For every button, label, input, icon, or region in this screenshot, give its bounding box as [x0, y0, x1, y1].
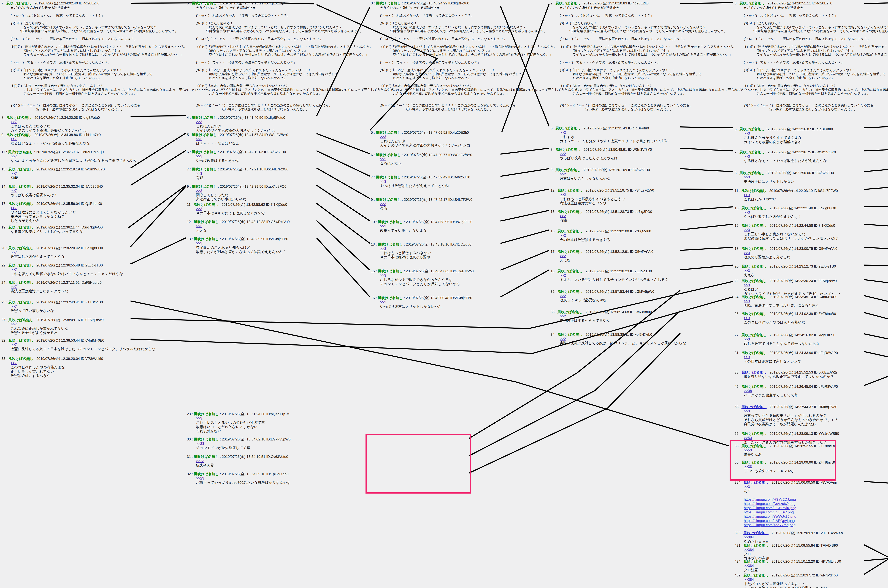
reply-anchor-link[interactable]: >>3	[196, 171, 202, 176]
reply-anchor-link[interactable]: >>7	[11, 171, 17, 176]
reply-anchor-link[interactable]: >>384	[744, 548, 754, 552]
reply-anchor-link[interactable]: >>7	[11, 267, 17, 272]
reply-anchor-link[interactable]: >>3	[196, 224, 202, 228]
reply-anchor-link[interactable]: >>3	[380, 300, 386, 304]
reply-anchor-link[interactable]: >>2	[560, 130, 566, 134]
post-date: 2019/07/26(金) 13:41:57.84	[220, 133, 263, 137]
reply-anchor-link[interactable]: >>7	[11, 285, 17, 289]
reply-anchor-link[interactable]: >>3	[744, 299, 750, 303]
reply-anchor-link[interactable]: >>2	[560, 214, 566, 218]
reply-anchor-link[interactable]: >>3	[196, 120, 202, 124]
reply-anchor-link[interactable]: >>2	[560, 273, 566, 277]
reply-anchor-link[interactable]: >>384	[744, 535, 754, 539]
reply-anchor-link[interactable]: >>3	[196, 416, 202, 420]
poster-name[interactable]: 風吹けば名無し	[744, 531, 768, 535]
reply-anchor-link[interactable]: >>3	[196, 154, 202, 158]
reply-anchor-link[interactable]: >>3	[744, 409, 750, 413]
copypasta-ascii-art: ★ガイジのなんJ民でも分かる憲法改正★ (´・ω・`)「ねえお兄ちゃん、「改憲」…	[380, 6, 581, 111]
imgur-link[interactable]: https://i.imgur.com/HSYc2DJ.png	[744, 497, 837, 501]
reply-anchor-link[interactable]: >>3	[196, 137, 202, 141]
reply-anchor-link[interactable]: >>3	[744, 131, 750, 135]
poster-name[interactable]: 風吹けば名無し	[741, 370, 766, 374]
reply-anchor-link[interactable]: >>7	[11, 206, 17, 210]
copypasta-post: 2 : 風吹けば名無し : 2019/07/26(金) 13:50:10.83 …	[551, 1, 649, 5]
reply-anchor-link[interactable]: >>7	[11, 343, 17, 346]
reply-anchor-link[interactable]: >>7	[11, 322, 17, 326]
reply-anchor-link[interactable]: >>23	[196, 459, 204, 463]
reply-anchor-link[interactable]: >>2	[560, 294, 566, 298]
reply-anchor-link[interactable]: >>2	[560, 193, 566, 196]
connector-line-11	[131, 186, 186, 247]
reply-anchor-link[interactable]: >>3	[744, 338, 750, 341]
reply-anchor-link[interactable]: >>3	[744, 316, 750, 320]
reply-anchor-link[interactable]: >>384	[744, 564, 754, 568]
reply-anchor-link[interactable]: >>7	[11, 250, 17, 254]
post-id: ID:JA/625JH0	[448, 175, 470, 179]
post-header: 32 : 風吹けば名無し : 2019/07/26(金) 13:57:53.44…	[551, 290, 654, 294]
connector-line-18	[317, 151, 370, 176]
reply-anchor-link[interactable]: >>3	[380, 135, 386, 139]
reply-anchor-link[interactable]: >>3	[196, 241, 202, 245]
reply-anchor-link[interactable]: >>23	[196, 441, 204, 446]
reply-anchor-link[interactable]: >>3	[196, 207, 202, 211]
reply-anchor-link[interactable]: >>3	[380, 247, 386, 250]
imgur-link[interactable]: https://i.imgur.com/zdeY7mq.png	[744, 523, 837, 527]
reply-anchor-link[interactable]: >>3	[744, 251, 750, 255]
reply-anchor-link[interactable]: >>2	[560, 152, 566, 156]
post-id: ID:kS4L7F2W0	[448, 198, 472, 201]
poster-name: 風吹けば名無し	[557, 269, 583, 273]
reply-anchor-link[interactable]: >>3	[744, 283, 750, 287]
reply-anchor-link[interactable]: >>3	[744, 484, 750, 489]
reply-anchor-link[interactable]: >>53	[744, 436, 752, 440]
reply-anchor-link[interactable]: >>3	[380, 273, 386, 277]
post: 22 : 風吹けば名無し : 2019/07/26(金) 12:36:55.48…	[2, 263, 123, 276]
post-header: 6 : 風吹けば名無し : 2019/07/26(金) 13:42:11.62 …	[187, 150, 286, 154]
connector-line-21	[317, 203, 370, 243]
reply-anchor-link[interactable]: >>7	[11, 361, 17, 365]
reply-anchor-link[interactable]: >>7	[11, 189, 17, 193]
post: 22 : 風吹けば名無し : 2019/07/26(金) 14:23:30.24…	[735, 279, 841, 296]
post-date: 2019/07/26(金) 13:50:48.91	[584, 147, 627, 152]
reply-anchor-link[interactable]: >>3	[744, 175, 750, 179]
reply-anchor-link[interactable]: >>23	[196, 476, 204, 480]
reply-anchor-link[interactable]: >>7	[11, 137, 17, 141]
post-header: 18 : 風吹けば名無し : 2019/07/26(金) 13:52:30.23…	[551, 269, 668, 273]
reply-anchor-link[interactable]: >>3	[744, 355, 750, 359]
reply-anchor-link[interactable]: >>3	[744, 228, 750, 232]
poster-name: 風吹けば名無し	[378, 296, 403, 300]
reply-anchor-link[interactable]: >>3	[744, 268, 750, 273]
reply-anchor-link[interactable]: >>2	[560, 172, 566, 176]
reply-anchor-link[interactable]: >>3	[744, 210, 750, 214]
connector-line-28	[500, 230, 549, 243]
imgur-link[interactable]: https://i.imgur.com/nAEQpyI.png	[744, 519, 837, 523]
reply-anchor-link[interactable]: >>3	[744, 154, 750, 158]
poster-name: 風吹けば名無し	[557, 290, 583, 294]
imgur-link[interactable]: https://i.imgur.com/DcVzc6O.png	[744, 501, 837, 506]
reply-anchor-link[interactable]: >>2	[560, 234, 566, 237]
post-number: 23	[187, 412, 191, 416]
imgur-link[interactable]: https://i.imgur.com/zWWJx3J.png	[744, 514, 837, 519]
reply-anchor-link[interactable]: >>2	[560, 254, 566, 258]
reply-anchor-link[interactable]: >>7	[11, 120, 17, 124]
reply-anchor-link[interactable]: >>2	[560, 337, 566, 341]
imgur-link[interactable]: https://i.imgur.com/unjEErC.png	[744, 510, 837, 514]
reply-anchor-link[interactable]: >>384	[744, 578, 754, 581]
reply-anchor-link[interactable]: >>3	[380, 224, 386, 228]
poster-name: 風吹けば名無し	[192, 133, 217, 137]
reply-anchor-link[interactable]: >>3	[196, 189, 202, 193]
reply-anchor-link[interactable]: >>3	[380, 157, 386, 161]
post-number: 10	[371, 220, 375, 224]
reply-anchor-link[interactable]: >>7	[11, 304, 17, 308]
reply-anchor-link[interactable]: >>3	[744, 193, 750, 197]
imgur-link[interactable]: https://i.imgur.com/GCBPNlK.png	[744, 506, 837, 510]
post-header: 13 : 風吹けば名無し : 2019/07/26(金) 13:43:39.90…	[187, 237, 288, 241]
reply-anchor-link[interactable]: >>38	[744, 389, 752, 393]
reply-anchor-link[interactable]: >>7	[11, 154, 17, 158]
poster-name[interactable]: 風吹けば名無し	[741, 405, 766, 409]
reply-anchor-link[interactable]: >>3	[380, 202, 386, 206]
poster-name[interactable]: 風吹けば名無し	[744, 480, 768, 484]
post: 14 : 風吹けば名無し : 2019/07/26(金) 12:35:32.34…	[2, 184, 103, 197]
reply-anchor-link[interactable]: >>2	[560, 314, 566, 318]
reply-anchor-link[interactable]: >>3	[380, 180, 386, 183]
post: 11 : 風吹けば名無し : 2019/07/26(金) 12:34:59.37…	[2, 150, 137, 163]
